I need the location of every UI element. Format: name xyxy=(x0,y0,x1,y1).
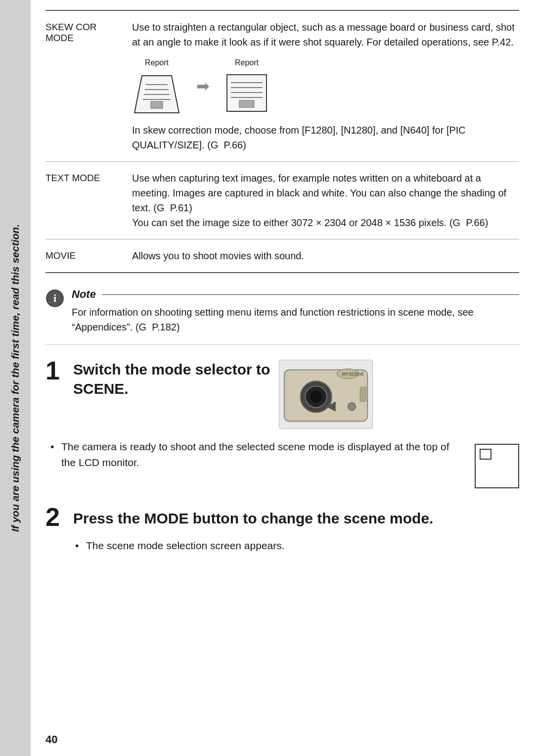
svg-rect-11 xyxy=(239,100,254,107)
sidebar-text: If you are using the camera for the firs… xyxy=(8,224,22,532)
text-mode-label: TEXT MODE xyxy=(45,171,132,184)
step1-number: 1 xyxy=(45,358,64,383)
note-section: i Note For information on shooting setti… xyxy=(45,288,519,345)
step2-header: 2 Press the MODE button to change the sc… xyxy=(45,506,519,530)
step1-title: Switch the mode selector to SCENE. xyxy=(73,360,270,398)
page-number: 40 xyxy=(45,733,57,746)
report-label-right: Report xyxy=(235,57,259,69)
step2-number: 2 xyxy=(45,504,64,530)
modes-table: SKEW COR MODE Use to straighten a rectan… xyxy=(45,10,519,273)
skew-cor-extra: In skew correction mode, choose from [F1… xyxy=(132,123,519,152)
svg-text:MY: MY xyxy=(342,372,349,377)
skew-after-image: Report xyxy=(224,57,269,115)
step1-header: 1 Switch the mode selector to SCENE. MY xyxy=(45,360,519,429)
step2-title: Press the MODE button to change the scen… xyxy=(73,509,433,528)
svg-point-17 xyxy=(311,391,322,403)
note-icon: i xyxy=(45,289,64,308)
note-title: Note xyxy=(72,288,96,301)
step2-bullet: The scene mode selection screen appears. xyxy=(75,538,519,554)
arrow-icon: ➡ xyxy=(196,74,210,98)
main-content: SKEW COR MODE Use to straighten a rectan… xyxy=(31,0,534,756)
text-mode-description: Use when capturing text images, for exam… xyxy=(132,171,519,230)
step1-body: The camera is ready to shoot and the sel… xyxy=(45,439,519,488)
step1-bullet-list: The camera is ready to shoot and the sel… xyxy=(45,439,460,470)
svg-rect-5 xyxy=(151,101,163,108)
step1-image-area xyxy=(475,439,519,488)
lcd-screen xyxy=(475,444,519,488)
note-text: For information on shooting setting menu… xyxy=(72,305,519,334)
svg-rect-22 xyxy=(360,387,366,402)
trapezoid-shape xyxy=(132,71,181,115)
svg-text:i: i xyxy=(53,292,56,304)
skew-cor-label: SKEW COR MODE xyxy=(45,20,132,44)
step1-title-line2: SCENE. xyxy=(73,379,270,398)
movie-content: Allows you to shoot movies with sound. xyxy=(132,248,519,263)
step2-title-text: Press the MODE button to change the scen… xyxy=(73,509,433,528)
movie-description: Allows you to shoot movies with sound. xyxy=(132,248,519,263)
step1-section: 1 Switch the mode selector to SCENE. MY xyxy=(45,360,519,488)
table-row: MOVIE Allows you to shoot movies with so… xyxy=(45,239,519,272)
skew-images: Report xyxy=(132,57,519,115)
svg-text:SCENE: SCENE xyxy=(349,372,364,377)
camera-image: MY SCENE xyxy=(279,360,373,429)
step1-text-area: The camera is ready to shoot and the sel… xyxy=(45,439,460,474)
note-content: Note For information on shooting setting… xyxy=(72,288,519,334)
step2-section: 2 Press the MODE button to change the sc… xyxy=(45,506,519,554)
step1-title-line1: Switch the mode selector to xyxy=(73,360,270,379)
text-mode-content: Use when capturing text images, for exam… xyxy=(132,171,519,230)
lcd-scene-icon xyxy=(480,449,491,460)
movie-label: MOVIE xyxy=(45,248,132,261)
step2-bullet-list: The scene mode selection screen appears. xyxy=(45,538,519,554)
sidebar: If you are using the camera for the firs… xyxy=(0,0,31,756)
report-label-left: Report xyxy=(145,57,169,69)
skew-before-image: Report xyxy=(132,57,181,115)
rect-shape xyxy=(224,71,269,115)
skew-cor-description: Use to straighten a rectangular object, … xyxy=(132,20,519,49)
note-dashes xyxy=(102,294,519,295)
note-title-line: Note xyxy=(72,288,519,301)
skew-cor-content: Use to straighten a rectangular object, … xyxy=(132,20,519,152)
table-row: SKEW COR MODE Use to straighten a rectan… xyxy=(45,11,519,162)
table-row: TEXT MODE Use when capturing text images… xyxy=(45,162,519,239)
step1-bullet: The camera is ready to shoot and the sel… xyxy=(50,439,460,470)
svg-point-23 xyxy=(348,403,356,411)
